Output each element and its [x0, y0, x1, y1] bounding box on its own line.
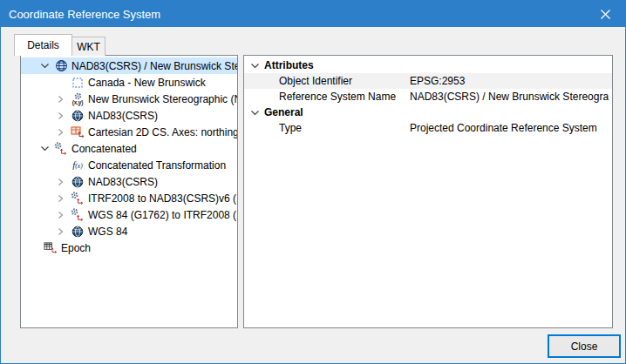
- chevron-down-icon[interactable]: [250, 109, 262, 117]
- tree-item[interactable]: Canada - New Brunswick: [21, 74, 237, 91]
- operation-xy-icon: (x,y): [71, 91, 85, 106]
- close-icon[interactable]: [586, 1, 625, 27]
- tab-wkt[interactable]: WKT: [72, 37, 105, 56]
- tree-item-label: Concatenated Transformation: [88, 159, 226, 172]
- expander-spacer: [57, 76, 71, 90]
- tree-item[interactable]: NAD83(CSRS): [21, 107, 237, 124]
- tab-bar: Details WKT: [14, 34, 105, 56]
- chevron-right-icon[interactable]: [57, 225, 71, 239]
- globe-dark-icon: [71, 108, 85, 123]
- tree-item[interactable]: f(x)Concatenated Transformation: [21, 157, 237, 173]
- tree-item[interactable]: NAD83(CSRS): [21, 173, 237, 190]
- function-icon: f(x): [71, 158, 85, 172]
- expander-spacer: [57, 158, 71, 172]
- crs-dialog-window: Coordinate Reference System Details WKT …: [0, 0, 626, 364]
- property-value: Projected Coordinate Reference System: [410, 122, 609, 134]
- chevron-right-icon[interactable]: [57, 175, 71, 189]
- tree-item-label: NAD83(CSRS) / New Brunswick Stere...: [71, 60, 238, 72]
- crs-properties-panel: AttributesObject IdentifierEPSG:2953Refe…: [243, 55, 613, 328]
- tab-details[interactable]: Details: [14, 34, 72, 56]
- property-label: Type: [279, 122, 302, 134]
- tree-item[interactable]: WGS 84 (G1762) to ITRF2008 (1): [21, 206, 237, 223]
- chevron-right-icon[interactable]: [57, 208, 71, 222]
- chevron-right-icon[interactable]: [57, 125, 71, 139]
- titlebar[interactable]: Coordinate Reference System: [1, 1, 625, 27]
- section-header-label: Attributes: [264, 59, 314, 71]
- globe-wireframe-icon: [54, 58, 68, 73]
- tree-item-label: NAD83(CSRS): [88, 110, 158, 122]
- property-label: Reference System Name: [279, 91, 396, 103]
- tree-item[interactable]: Cartesian 2D CS. Axes: northing, ...: [21, 124, 237, 140]
- crs-tree-panel: NAD83(CSRS) / New Brunswick Stere...Cana…: [20, 55, 238, 328]
- chevron-down-icon[interactable]: [250, 62, 262, 70]
- globe-dark-icon: [71, 174, 85, 189]
- tree-item-label: NAD83(CSRS): [88, 176, 158, 188]
- property-row[interactable]: TypeProjected Coordinate Reference Syste…: [244, 120, 612, 136]
- tree-item[interactable]: NAD83(CSRS) / New Brunswick Stere...: [21, 57, 237, 74]
- close-button[interactable]: Close: [548, 334, 621, 358]
- property-value: EPSG:2953: [410, 75, 609, 87]
- globe-dark-icon: [71, 224, 85, 239]
- property-section-header[interactable]: General: [244, 104, 612, 120]
- chevron-right-icon[interactable]: [57, 109, 71, 123]
- operation-axis-icon: [71, 207, 85, 222]
- property-row[interactable]: Reference System NameNAD83(CSRS) / New B…: [244, 89, 612, 104]
- section-header-label: General: [264, 106, 303, 118]
- tree-item[interactable]: WGS 84: [21, 223, 237, 239]
- tab-wkt-label: WKT: [77, 41, 100, 53]
- epoch-icon: [44, 240, 58, 255]
- window-title: Coordinate Reference System: [1, 8, 160, 21]
- tree-item-label: Concatenated: [71, 143, 137, 155]
- chevron-right-icon[interactable]: [57, 92, 71, 106]
- property-row[interactable]: Object IdentifierEPSG:2953: [244, 73, 612, 89]
- tree-item-label: WGS 84 (G1762) to ITRF2008 (1): [88, 209, 238, 221]
- operation-axis-icon: [71, 191, 85, 206]
- chevron-down-icon[interactable]: [40, 59, 54, 73]
- tree-item[interactable]: (x,y)New Brunswick Stereographic (N...: [21, 91, 237, 107]
- tab-details-label: Details: [27, 39, 59, 51]
- property-section-header[interactable]: Attributes: [244, 57, 612, 73]
- cartesian-cs-icon: [71, 125, 85, 139]
- tree-item-label: WGS 84: [88, 226, 127, 238]
- tree-item-label: Canada - New Brunswick: [88, 77, 206, 89]
- property-label: Object Identifier: [279, 75, 352, 87]
- tree-item[interactable]: ITRF2008 to NAD83(CSRS)v6 (1): [21, 190, 237, 206]
- extent-icon: [71, 75, 85, 90]
- tree-item[interactable]: Concatenated: [21, 140, 237, 157]
- tree-item-label: ITRF2008 to NAD83(CSRS)v6 (1): [88, 192, 238, 205]
- tree-item-label: New Brunswick Stereographic (N...: [88, 93, 238, 105]
- operation-axis-icon: [54, 141, 68, 156]
- tree-item-label: Epoch: [61, 242, 91, 254]
- tree-item[interactable]: Epoch: [21, 239, 237, 256]
- chevron-down-icon[interactable]: [40, 142, 54, 156]
- tree-item-label: Cartesian 2D CS. Axes: northing, ...: [88, 126, 238, 138]
- chevron-right-icon[interactable]: [57, 192, 71, 206]
- property-value: NAD83(CSRS) / New Brunswick Stereogra...: [410, 91, 609, 103]
